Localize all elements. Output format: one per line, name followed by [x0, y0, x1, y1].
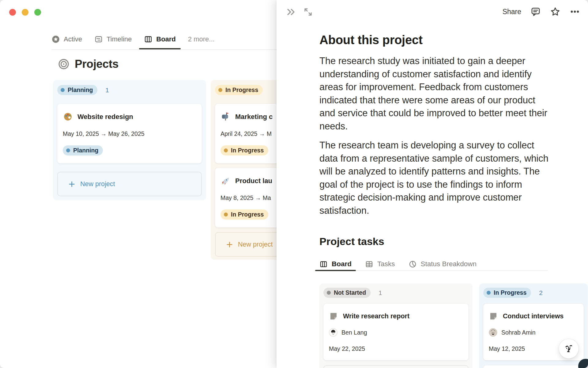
column-header[interactable]: Planning 1: [57, 85, 202, 95]
status-label: In Progress: [494, 289, 526, 296]
page-icon: [329, 312, 338, 321]
panel-body: About this project The research study wa…: [319, 25, 588, 368]
tab-status-breakdown[interactable]: Status Breakdown: [409, 257, 477, 271]
column-count: 2: [539, 289, 543, 297]
assignee-name: Ben Lang: [341, 329, 367, 336]
board-column-planning: Planning 1 Website redesign May 10, 2025…: [53, 80, 206, 200]
card-status-tag: In Progress: [221, 209, 268, 220]
target-icon: [58, 58, 70, 70]
rocket-icon: [221, 176, 231, 186]
panel-toolbar-left: [286, 7, 313, 17]
notion-window: Active Timeline Board 2 more...: [0, 0, 588, 368]
card-date-range: May 10, 2025 → May 26, 2025: [63, 130, 196, 137]
tab-board[interactable]: Board: [319, 257, 352, 271]
status-dot: [224, 148, 228, 152]
status-badge-in-progress: In Progress: [483, 288, 531, 298]
view-tabs: Active Timeline Board 2 more...: [51, 32, 215, 47]
card-title: Website redesign: [77, 113, 133, 121]
column-header[interactable]: Not Started 1: [323, 288, 469, 298]
screen: Active Timeline Board 2 more...: [0, 0, 588, 368]
assignee-avatar-sohrab-amin: [489, 328, 497, 337]
tab-label: Board: [156, 35, 176, 43]
tab-label: Timeline: [107, 35, 132, 43]
status-label: In Progress: [225, 86, 258, 94]
notion-ai-face-icon: [563, 343, 575, 355]
palette-icon: [63, 112, 73, 122]
status-label: Planning: [68, 86, 93, 94]
task-column-not-started: Not Started 1 Write research report: [319, 283, 473, 368]
task-card-write-research-report[interactable]: Write research report Ben: [323, 304, 469, 360]
new-project-label: New project: [238, 241, 273, 248]
tab-active-view[interactable]: Active: [51, 32, 82, 47]
status-badge-not-started: Not Started: [323, 288, 371, 298]
traffic-lights: [9, 9, 41, 16]
minimize-button[interactable]: [22, 9, 28, 16]
tabs-divider: [51, 49, 277, 50]
status-badge-in-progress: In Progress: [215, 85, 263, 95]
task-card-interpret-findings[interactable]: Interpret findings: [483, 365, 584, 368]
zoom-button[interactable]: [34, 9, 41, 16]
assignee-row: Ben Lang: [329, 328, 463, 337]
plus-icon: [68, 180, 76, 188]
status-label: Not Started: [334, 289, 366, 296]
card-title: Conduct interviews: [503, 312, 564, 320]
status-dot: [327, 291, 331, 295]
more-dots-icon[interactable]: [570, 6, 580, 17]
status-dot: [487, 291, 491, 295]
card-title: Product lau: [235, 177, 272, 185]
column-header[interactable]: In Progress 2: [483, 288, 584, 298]
column-count: 1: [379, 289, 382, 297]
star-circle-icon: [51, 35, 60, 44]
star-icon[interactable]: [550, 6, 560, 17]
tab-tasks[interactable]: Tasks: [365, 257, 395, 271]
status-label: Planning: [73, 147, 98, 154]
tab-board-view[interactable]: Board: [144, 32, 176, 47]
share-button[interactable]: Share: [503, 6, 521, 18]
double-chevron-right-icon[interactable]: [286, 7, 296, 17]
status-dot: [66, 148, 70, 152]
task-view-tabs: Board Tasks Status B: [319, 257, 548, 271]
tab-timeline-view[interactable]: Timeline: [94, 32, 132, 47]
expand-diagonal-icon[interactable]: [303, 7, 313, 17]
status-label: In Progress: [231, 147, 264, 154]
notion-ai-button[interactable]: [559, 339, 579, 358]
page-title: Projects: [75, 58, 119, 71]
tab-label: Board: [332, 260, 352, 268]
mailbox-icon: [221, 112, 231, 122]
pie-chart-icon: [409, 260, 417, 268]
more-views-button[interactable]: 2 more...: [188, 35, 215, 43]
table-icon: [365, 260, 373, 268]
comment-icon[interactable]: [530, 6, 541, 17]
paragraph: The research team is developing a survey…: [319, 139, 551, 217]
tab-label: Active: [64, 35, 82, 43]
new-project-button-planning[interactable]: New project: [57, 172, 202, 196]
timeline-icon: [94, 35, 103, 44]
card-status-tag: In Progress: [221, 145, 268, 155]
board-icon: [319, 260, 328, 268]
board-icon: [144, 35, 153, 44]
task-board: Not Started 1 Write research report: [319, 283, 588, 368]
new-task-button[interactable]: New task: [323, 365, 469, 368]
project-card-website-redesign[interactable]: Website redesign May 10, 2025 → May 26, …: [57, 104, 202, 163]
new-project-label: New project: [80, 180, 115, 188]
card-title: Marketing c: [235, 113, 273, 121]
tab-label: Tasks: [377, 260, 395, 268]
side-peek-panel: Share About this project The research st…: [277, 0, 588, 368]
assignee-name: Sohrab Amin: [501, 329, 536, 336]
card-status-tag: Planning: [63, 145, 103, 155]
card-date: May 22, 2025: [329, 345, 463, 352]
assignee-avatar-ben-lang: [329, 328, 337, 337]
page-title-row: Projects: [58, 58, 119, 71]
status-dot: [218, 88, 222, 92]
column-count: 1: [105, 86, 109, 94]
assignee-row: Sohrab Amin: [489, 328, 578, 337]
panel-toolbar-right: Share: [503, 6, 580, 18]
close-button[interactable]: [9, 9, 16, 16]
page-icon: [489, 312, 498, 321]
paragraph: The research study was initiated to gain…: [319, 55, 551, 133]
status-label: In Progress: [231, 211, 264, 218]
tab-label: Status Breakdown: [421, 260, 477, 268]
status-dot: [224, 213, 228, 217]
status-badge-planning: Planning: [57, 85, 97, 95]
plus-icon: [225, 240, 234, 249]
